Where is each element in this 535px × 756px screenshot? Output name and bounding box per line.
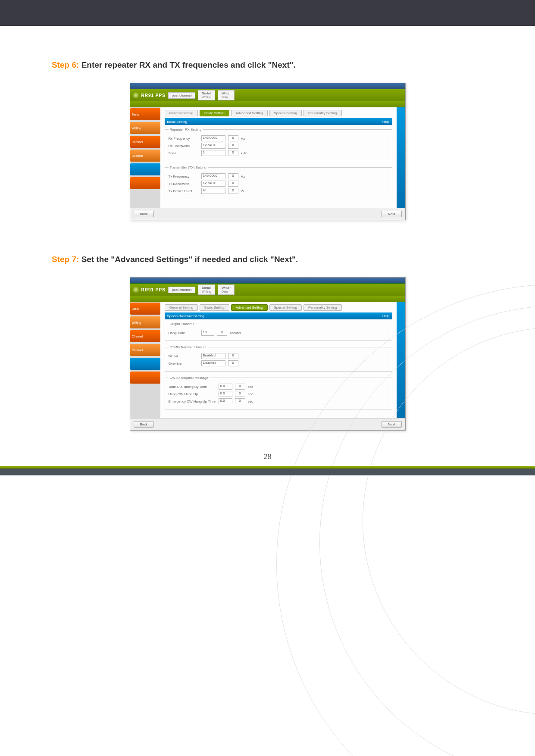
- dtmf-title: DTMF/Transmit Unmute: [169, 345, 208, 349]
- sidebar-item-5[interactable]: [130, 372, 160, 384]
- rx-freq-select[interactable]: 0: [228, 135, 238, 141]
- rx-bw-input[interactable]: 12.5kHz: [201, 143, 225, 149]
- sidebar-item-5[interactable]: [130, 177, 160, 189]
- out-tx-row: Hang Time 10 0 second: [169, 330, 388, 336]
- rx-freq-input[interactable]: 146.0000: [201, 135, 225, 141]
- tab-personality[interactable]: Personality Setting: [303, 110, 342, 116]
- cwid-row-3: Emergency CW Hang Up Time 0.0 0 sec: [169, 398, 388, 404]
- sidebar-item-0[interactable]: Serial: [130, 108, 160, 120]
- section-help[interactable]: Help: [382, 120, 389, 124]
- screenshot-7: RR91 PPS post channel SerialWriting Writ…: [130, 277, 406, 431]
- cwid-row-2: Hang CW Hang Up 0.0 0 sec: [169, 391, 388, 397]
- dtmf-row-1: Digital Enabled 0: [169, 353, 388, 359]
- tx-row-3: Tx Power Level Hi 0 W: [169, 188, 388, 194]
- rx-row-1: Rx Frequency 146.0000 0 Hz: [169, 135, 388, 141]
- tx-bw-input[interactable]: 12.5kHz: [201, 181, 225, 187]
- tx-freq-input[interactable]: 146.0000: [201, 173, 225, 179]
- tx-bw-select[interactable]: 0: [228, 181, 238, 187]
- tab-basic[interactable]: Basic Setting: [200, 304, 229, 311]
- header-tab-3[interactable]: WriterData: [218, 90, 235, 100]
- rx-bw-label: Rx Bandwidth: [169, 144, 199, 148]
- step6-label: Step 6:: [52, 60, 79, 69]
- tab-general[interactable]: General Setting: [165, 110, 198, 116]
- window-titlebar: [130, 83, 405, 89]
- cwid-r3-input[interactable]: 0.0: [219, 398, 232, 404]
- tab-basic[interactable]: Basic Setting: [200, 110, 229, 116]
- next-button[interactable]: Next: [382, 421, 401, 428]
- sidebar-item-4[interactable]: [130, 163, 160, 175]
- dtmf-digital-input[interactable]: Enabled: [201, 353, 225, 359]
- dtmf-override-select[interactable]: 0: [228, 360, 238, 366]
- tx-freq-unit: Hz: [241, 175, 251, 178]
- sidebar-item-2[interactable]: Channel: [130, 330, 160, 342]
- rx-scan-select[interactable]: 0: [228, 150, 238, 156]
- next-button[interactable]: Next: [382, 211, 401, 217]
- header-tab-2[interactable]: SerialWriting: [198, 90, 215, 100]
- sidebar-item-1[interactable]: Writing: [130, 122, 160, 134]
- tx-pw-unit: W: [241, 189, 251, 193]
- step6-text: Enter repeater RX and TX frequencies and…: [79, 60, 296, 69]
- step7-label: Step 7:: [52, 255, 79, 264]
- header-tab-2-sub: Writing: [202, 290, 211, 294]
- dtmf-override-input[interactable]: Disabled: [201, 360, 225, 366]
- rx-group-title: Repeater RX Setting: [169, 128, 203, 131]
- screenshot-7-wrap: RR91 PPS post channel SerialWriting Writ…: [52, 277, 483, 431]
- cwid-r2-select[interactable]: 0: [235, 391, 245, 397]
- cwid-group: CW ID Request Message Time Out Timing By…: [165, 376, 392, 409]
- wizard-footer: Back Next: [130, 208, 405, 220]
- header-tab-3-label: Writer: [222, 286, 231, 290]
- hang-time-select[interactable]: 0: [217, 330, 227, 336]
- back-button[interactable]: Back: [134, 211, 154, 217]
- cwid-r1-input[interactable]: 0.0: [219, 384, 232, 390]
- tx-row-2: Tx Bandwidth 12.5kHz 0: [169, 181, 388, 187]
- sidebar-item-0[interactable]: Serial: [130, 303, 160, 315]
- cwid-r3-select[interactable]: 0: [235, 398, 245, 404]
- header-tab-1[interactable]: post channel: [168, 92, 195, 99]
- tab-general[interactable]: General Setting: [165, 304, 198, 311]
- app-brand: RR91 PPS: [141, 93, 166, 98]
- dtmf-digital-select[interactable]: 0: [228, 353, 238, 359]
- tab-advanced[interactable]: Advanced Setting: [231, 110, 268, 116]
- tab-special[interactable]: Special Setting: [269, 110, 302, 116]
- section-help[interactable]: Help: [382, 314, 389, 318]
- cwid-r3-label: Emergency CW Hang Up Time: [169, 400, 216, 403]
- tx-pw-select[interactable]: 0: [228, 188, 238, 194]
- app-sub-header: [130, 296, 405, 302]
- cwid-r1-select[interactable]: 0: [235, 384, 245, 390]
- cwid-r2-input[interactable]: 0.0: [219, 391, 232, 397]
- right-rail: [397, 302, 405, 418]
- tab-advanced[interactable]: Advanced Setting: [231, 304, 268, 311]
- header-tab-1[interactable]: post channel: [168, 287, 195, 293]
- tx-bw-label: Tx Bandwidth: [169, 182, 199, 186]
- dtmf-group: DTMF/Transmit Unmute Digital Enabled 0 O…: [165, 345, 392, 372]
- document-page: Step 6: Enter repeater RX and TX frequen…: [0, 26, 535, 482]
- sidebar-item-2[interactable]: Channel: [130, 136, 160, 148]
- app-logo-icon: [133, 92, 139, 98]
- rx-scan-input[interactable]: 1: [201, 150, 225, 156]
- tx-pw-input[interactable]: Hi: [201, 188, 225, 194]
- header-tab-2[interactable]: SerialWriting: [198, 284, 215, 295]
- rx-bw-select[interactable]: 0: [228, 143, 238, 149]
- step7-text: Set the "Advanced Settings" if needed an…: [79, 255, 298, 264]
- header-tab-1-label: post channel: [172, 288, 191, 292]
- tab-special[interactable]: Special Setting: [269, 304, 302, 311]
- tab-personality[interactable]: Personality Setting: [303, 304, 342, 311]
- rx-freq-unit: Hz: [241, 137, 251, 141]
- rx-group: Repeater RX Setting Rx Frequency 146.000…: [165, 128, 392, 161]
- sidebar-item-4[interactable]: [130, 358, 160, 370]
- header-tab-3-sub: Data: [222, 95, 231, 99]
- rx-scan-unit: kHz: [241, 151, 251, 155]
- cwid-title: CW ID Request Message: [169, 376, 210, 380]
- sidebar-item-1[interactable]: Writing: [130, 316, 160, 328]
- hang-time-input[interactable]: 10: [201, 330, 214, 336]
- tx-freq-select[interactable]: 0: [228, 173, 238, 179]
- cwid-r3-unit: sec: [248, 400, 258, 403]
- header-tab-3[interactable]: WriterData: [218, 284, 235, 295]
- tx-group: Transmitter (TX) Setting Tx Frequency 14…: [165, 166, 392, 199]
- back-button[interactable]: Back: [134, 421, 154, 428]
- sidebar-item-3[interactable]: Channel: [130, 150, 160, 162]
- rx-freq-label: Rx Frequency: [169, 137, 199, 141]
- page-number: 28: [0, 453, 535, 461]
- sidebar-item-3[interactable]: Channel: [130, 344, 160, 356]
- section-title: Special Transmit Setting: [167, 314, 204, 318]
